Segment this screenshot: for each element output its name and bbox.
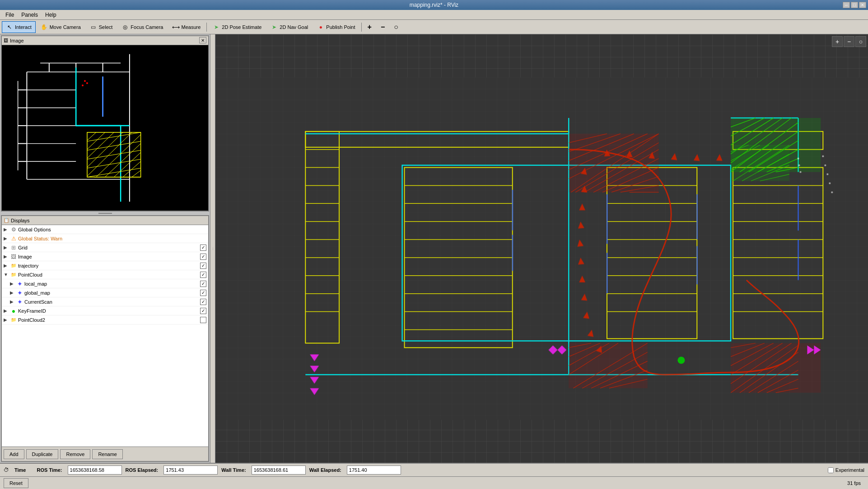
expand-arrow-currentscan: ▶: [10, 299, 16, 304]
expand-arrow-keyframeid: ▶: [4, 308, 10, 313]
expand-arrow-global-options: ▶: [4, 227, 10, 232]
menu-bar: File Panels Help: [0, 10, 868, 20]
map-svg: [215, 34, 868, 463]
display-item-global-map[interactable]: ▶ ✦ global_map ✓: [2, 288, 208, 297]
display-icon-global-map: ✦: [16, 289, 23, 296]
focus-camera-icon: ◎: [121, 24, 129, 31]
image-svg: [2, 45, 208, 211]
publish-point-button[interactable]: ● Publish Point: [313, 21, 359, 33]
displays-buttons: Add Duplicate Remove Rename: [2, 447, 208, 461]
select-button[interactable]: ▭ Select: [86, 21, 117, 33]
minimize-button[interactable]: ─: [843, 2, 850, 8]
checkbox-grid[interactable]: ✓: [200, 244, 206, 251]
vp-reset[interactable]: ○: [855, 36, 866, 47]
wall-elapsed-field: 1751.40: [347, 465, 401, 475]
move-camera-button[interactable]: ✋ Move Camera: [37, 21, 85, 33]
measure-button[interactable]: ⟷ Measure: [168, 21, 205, 33]
duplicate-button[interactable]: Duplicate: [26, 449, 59, 459]
expand-arrow-pointcloud2: ▶: [4, 317, 10, 322]
toolbar-separator-1: [206, 23, 207, 32]
checkbox-trajectory[interactable]: ✓: [200, 263, 206, 269]
svg-point-189: [829, 183, 831, 184]
svg-point-184: [798, 165, 800, 166]
toolbar: ↖ Interact ✋ Move Camera ▭ Select ◎ Focu…: [0, 20, 868, 34]
display-icon-currentscan: ✦: [16, 298, 23, 306]
move-camera-icon: ✋: [41, 24, 48, 31]
maximize-button[interactable]: □: [851, 2, 858, 8]
rename-button[interactable]: Rename: [92, 449, 123, 459]
viewport-controls: + − ○: [832, 36, 866, 47]
checkbox-local-map[interactable]: ✓: [200, 281, 206, 287]
add-button[interactable]: Add: [4, 449, 24, 459]
vertical-resize-handle[interactable]: [0, 212, 210, 214]
display-item-currentscan[interactable]: ▶ ✦ CurrentScan ✓: [2, 297, 208, 306]
display-item-grid[interactable]: ▶ ⊞ Grid ✓: [2, 243, 208, 252]
checkbox-currentscan[interactable]: ✓: [200, 299, 206, 305]
toolbar-separator-2: [361, 23, 362, 32]
image-title-bar: 🖼 Image ✕: [2, 36, 208, 45]
vp-zoom-out[interactable]: −: [844, 36, 854, 47]
experimental-check: Experimental: [828, 467, 864, 473]
viewport[interactable]: + − ○: [215, 34, 868, 463]
2d-pose-button[interactable]: ➤ 2D Pose Estimate: [209, 21, 266, 33]
zoom-in-button[interactable]: +: [364, 21, 376, 33]
window-controls: ─ □ ✕: [843, 2, 866, 8]
display-item-pointcloud2[interactable]: ▶ 📁 PointCloud2: [2, 315, 208, 324]
image-canvas: [2, 45, 208, 211]
displays-panel-icon: 📋: [4, 218, 9, 223]
reset-view-button[interactable]: ○: [390, 21, 402, 33]
displays-list: ▶ ⚙ Global Options ▶ ⚠ Global Status: Wa…: [2, 225, 208, 447]
svg-point-187: [824, 165, 826, 166]
left-panel: 🖼 Image ✕: [0, 34, 210, 463]
image-close-button[interactable]: ✕: [199, 37, 206, 43]
horizontal-resize-handle[interactable]: ···: [210, 34, 215, 463]
display-icon-keyframeid: ●: [10, 307, 17, 315]
status-bar: Reset 31 fps: [0, 476, 868, 489]
window-title: mapping.rviz* - RViz: [410, 2, 458, 8]
display-item-image[interactable]: ▶ 🖼 Image ✓: [2, 252, 208, 261]
checkbox-pointcloud[interactable]: ✓: [200, 272, 206, 278]
svg-point-182: [677, 357, 685, 364]
menu-help[interactable]: Help: [42, 11, 60, 19]
display-icon-pointcloud2: 📁: [10, 317, 17, 322]
display-icon-local-map: ✦: [16, 280, 23, 287]
svg-point-40: [86, 82, 88, 84]
focus-camera-button[interactable]: ◎ Focus Camera: [117, 21, 167, 33]
image-panel-icon: 🖼: [4, 38, 8, 43]
menu-panels[interactable]: Panels: [18, 11, 42, 19]
interact-button[interactable]: ↖ Interact: [2, 21, 36, 33]
title-bar: mapping.rviz* - RViz ─ □ ✕: [0, 0, 868, 10]
display-item-global-options[interactable]: ▶ ⚙ Global Options: [2, 225, 208, 234]
display-item-pointcloud[interactable]: ▼ 📁 PointCloud ✓: [2, 270, 208, 279]
experimental-checkbox[interactable]: [828, 467, 834, 473]
display-icon-global-options: ⚙: [10, 226, 17, 233]
vp-zoom-in[interactable]: +: [832, 36, 843, 47]
2d-nav-button[interactable]: ➤ 2D Nav Goal: [266, 21, 312, 33]
svg-rect-0: [5, 45, 205, 211]
display-icon-global-status: ⚠: [10, 235, 17, 242]
svg-point-183: [798, 158, 799, 160]
display-item-keyframeid[interactable]: ▶ ● KeyFrameID ✓: [2, 306, 208, 315]
display-item-global-status[interactable]: ▶ ⚠ Global Status: Warn: [2, 234, 208, 243]
expand-arrow-local-map: ▶: [10, 281, 16, 286]
close-button[interactable]: ✕: [859, 2, 866, 8]
ros-time-field: 1653638168.58: [68, 465, 122, 475]
svg-point-190: [831, 191, 833, 193]
svg-point-185: [800, 171, 802, 173]
checkbox-image[interactable]: ✓: [200, 254, 206, 260]
display-item-local-map[interactable]: ▶ ✦ local_map ✓: [2, 279, 208, 288]
expand-arrow-global-map: ▶: [10, 290, 16, 295]
checkbox-global-map[interactable]: ✓: [200, 290, 206, 296]
display-icon-pointcloud: 📁: [10, 272, 17, 277]
displays-panel: 📋 Displays ▶ ⚙ Global Options ▶ ⚠ Global…: [1, 215, 209, 462]
select-icon: ▭: [90, 24, 97, 31]
display-item-trajectory[interactable]: ▶ 📁 trajectory ✓: [2, 261, 208, 270]
reset-button[interactable]: Reset: [4, 478, 28, 488]
menu-file[interactable]: File: [2, 11, 18, 19]
measure-icon: ⟷: [172, 24, 179, 31]
checkbox-keyframeid[interactable]: ✓: [200, 308, 206, 314]
expand-arrow-trajectory: ▶: [4, 263, 10, 268]
checkbox-pointcloud2[interactable]: [200, 317, 206, 323]
remove-button[interactable]: Remove: [60, 449, 90, 459]
zoom-out-button[interactable]: −: [377, 21, 389, 33]
